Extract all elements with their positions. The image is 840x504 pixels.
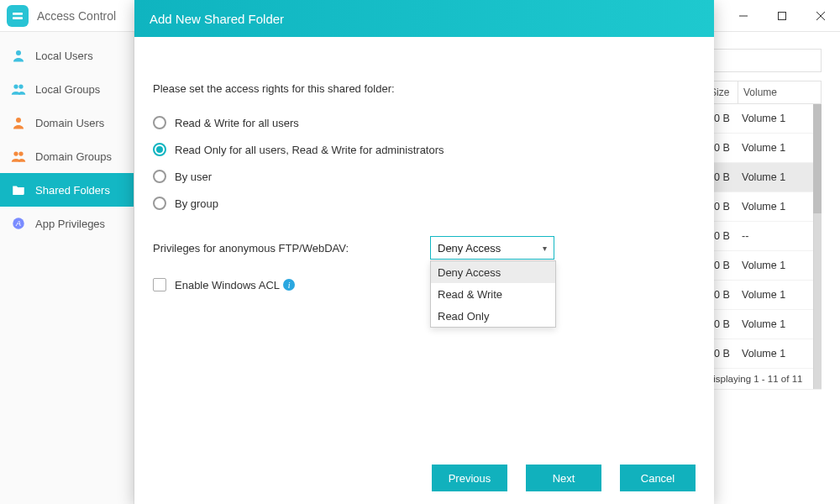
radio-by-user[interactable]: By user — [153, 164, 696, 189]
table-row[interactable]: 00 BVolume 1 — [705, 192, 821, 222]
radio-ro-all[interactable]: Read Only for all users, Read & Write fo… — [153, 137, 696, 162]
table-pager: Displaying 1 - 11 of 11 — [705, 369, 821, 389]
add-shared-folder-dialog: Add New Shared Folder Please set the acc… — [134, 0, 714, 504]
app-icon-small: A — [10, 215, 27, 232]
dialog-title: Add New Shared Folder — [134, 0, 714, 37]
radio-icon — [153, 116, 166, 129]
sidebar-item-domain-users[interactable]: Domain Users — [0, 106, 134, 139]
svg-point-9 — [18, 84, 23, 88]
chevron-down-icon: ▾ — [543, 244, 547, 253]
svg-point-10 — [16, 118, 21, 123]
dialog-footer: Previous Next Cancel — [134, 452, 714, 504]
checkbox-label: Enable Windows ACL — [175, 279, 280, 291]
svg-rect-4 — [779, 12, 786, 19]
table-row[interactable]: 00 BVolume 1 — [705, 251, 821, 281]
svg-rect-1 — [13, 17, 23, 19]
table-row[interactable]: 00 BVolume 1 — [705, 104, 821, 134]
table-row[interactable]: 00 B-- — [705, 222, 821, 251]
sidebar-item-label: Domain Users — [35, 117, 104, 129]
anon-priv-row: Privileges for anonymous FTP/WebDAV: Den… — [153, 236, 696, 260]
next-button[interactable]: Next — [526, 465, 601, 491]
close-button[interactable] — [801, 0, 840, 32]
option-read-only[interactable]: Read Only — [431, 305, 555, 327]
radio-rw-all[interactable]: Read & Write for all users — [153, 110, 696, 135]
checkbox-icon — [153, 278, 166, 291]
sidebar-item-local-groups[interactable]: Local Groups — [0, 72, 134, 106]
maximize-button[interactable] — [763, 0, 801, 32]
radio-icon — [153, 143, 166, 156]
table-row[interactable]: 00 BVolume 1 — [705, 134, 821, 163]
svg-point-12 — [18, 151, 23, 155]
col-volume[interactable]: Volume — [738, 87, 821, 98]
svg-text:A: A — [15, 219, 21, 228]
previous-button[interactable]: Previous — [432, 465, 507, 491]
table-row[interactable]: 00 BVolume 1 — [705, 339, 821, 369]
people-domain-icon — [10, 148, 27, 165]
folder-icon — [10, 181, 27, 198]
table-row[interactable]: 00 BVolume 1 — [705, 310, 821, 339]
sidebar-item-local-users[interactable]: Local Users — [0, 39, 134, 72]
sidebar-item-app-privileges[interactable]: A App Privileges — [0, 207, 134, 240]
sidebar: Local Users Local Groups Domain Users Do… — [0, 32, 134, 504]
dialog-body: Please set the access rights for this sh… — [134, 37, 714, 452]
option-deny-access[interactable]: Deny Access — [431, 261, 555, 283]
svg-point-8 — [13, 84, 18, 88]
select-value: Deny Access — [438, 242, 501, 255]
folder-table: Size Volume 00 BVolume 1 00 BVolume 1 00… — [704, 81, 822, 390]
sidebar-item-label: Shared Folders — [35, 184, 110, 197]
person-domain-icon — [10, 114, 27, 131]
radio-label: By user — [175, 171, 212, 183]
anon-priv-label: Privileges for anonymous FTP/WebDAV: — [153, 242, 430, 255]
radio-icon — [153, 197, 166, 210]
person-icon — [10, 47, 27, 64]
scrollbar-thumb[interactable] — [813, 104, 822, 213]
table-row[interactable]: 00 BVolume 1 — [705, 163, 821, 192]
minimize-button[interactable] — [724, 0, 763, 32]
anon-priv-dropdown: Deny Access Read & Write Read Only — [430, 260, 556, 328]
sidebar-item-label: Local Users — [35, 50, 93, 62]
radio-by-group[interactable]: By group — [153, 191, 696, 216]
cancel-button[interactable]: Cancel — [620, 465, 696, 491]
search-input[interactable] — [704, 49, 822, 72]
radio-label: Read & Write for all users — [175, 117, 299, 129]
app-icon — [7, 5, 29, 27]
sidebar-item-domain-groups[interactable]: Domain Groups — [0, 139, 134, 173]
info-icon[interactable]: i — [283, 279, 295, 291]
people-icon — [10, 81, 27, 97]
table-header: Size Volume — [704, 81, 822, 104]
radio-label: Read Only for all users, Read & Write fo… — [175, 144, 444, 156]
dialog-lead: Please set the access rights for this sh… — [153, 82, 696, 95]
sidebar-item-label: App Privileges — [35, 218, 105, 230]
sidebar-item-label: Local Groups — [35, 83, 100, 96]
svg-point-11 — [13, 151, 18, 155]
sidebar-item-label: Domain Groups — [35, 150, 112, 163]
option-read-write[interactable]: Read & Write — [431, 283, 555, 305]
sidebar-item-shared-folders[interactable]: Shared Folders — [0, 173, 134, 207]
svg-point-7 — [16, 50, 21, 55]
anon-priv-select[interactable]: Deny Access ▾ Deny Access Read & Write R… — [430, 236, 554, 260]
table-row[interactable]: 00 BVolume 1 — [705, 281, 821, 310]
enable-acl-row[interactable]: Enable Windows ACL i — [153, 278, 696, 291]
radio-icon — [153, 170, 166, 183]
svg-rect-0 — [13, 13, 23, 15]
table-body: 00 BVolume 1 00 BVolume 1 00 BVolume 1 0… — [704, 104, 822, 390]
radio-label: By group — [175, 197, 218, 210]
